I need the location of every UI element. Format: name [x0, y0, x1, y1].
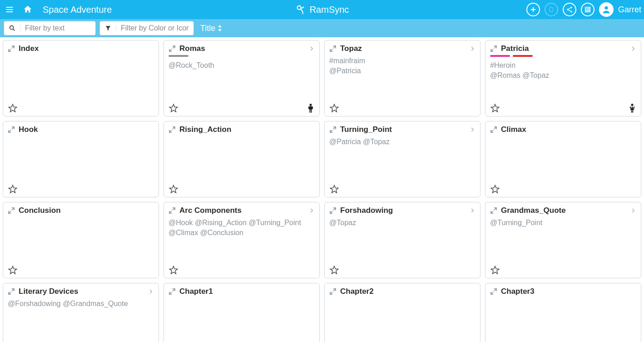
color-tag — [490, 55, 510, 57]
expand-icon[interactable] — [490, 288, 497, 295]
card-body: @Hook @Rising_Action @Turning_Point @Cli… — [168, 218, 315, 237]
svg-marker-51 — [169, 185, 177, 193]
card-footer — [8, 263, 154, 275]
expand-icon[interactable] — [490, 45, 497, 52]
card-body-line: #Heroin — [490, 60, 636, 70]
chevron-right-icon[interactable] — [148, 288, 154, 295]
card[interactable]: Patricia#Heroin@Romas @Topaz — [485, 40, 641, 116]
card[interactable]: Hook — [3, 121, 159, 197]
expand-icon[interactable] — [168, 126, 176, 133]
card-header: Climax — [490, 125, 636, 134]
card-footer — [329, 263, 476, 275]
chevron-right-icon[interactable] — [630, 207, 636, 214]
user-avatar-button[interactable] — [599, 2, 614, 17]
clipboard-button[interactable] — [545, 3, 558, 16]
card-body-line: @Forshadowing @Grandmas_Quote — [8, 299, 154, 309]
star-icon[interactable] — [329, 265, 339, 275]
card[interactable]: Climax — [485, 121, 641, 197]
brand-logo[interactable]: RamSync — [295, 4, 349, 15]
svg-marker-36 — [330, 104, 338, 112]
card[interactable]: Grandmas_Quote@Turning_Point — [485, 202, 641, 278]
star-icon[interactable] — [329, 103, 339, 113]
expand-icon[interactable] — [490, 207, 497, 214]
expand-icon[interactable] — [168, 45, 176, 52]
expand-icon[interactable] — [168, 207, 176, 214]
card[interactable]: Chapter1 — [163, 283, 320, 342]
star-icon[interactable] — [168, 103, 178, 113]
search-icon-box[interactable] — [4, 25, 20, 32]
chevron-right-icon[interactable] — [308, 45, 315, 52]
expand-icon[interactable] — [490, 126, 497, 133]
expand-icon[interactable] — [329, 207, 337, 214]
card-header: Turning_Point — [329, 125, 476, 134]
card[interactable]: Romas@Rock_Tooth — [163, 40, 320, 116]
svg-point-28 — [310, 104, 312, 106]
star-icon[interactable] — [490, 184, 500, 194]
chevron-right-icon[interactable] — [308, 207, 315, 214]
expand-icon[interactable] — [329, 45, 337, 52]
search-icon — [9, 25, 16, 32]
card[interactable]: Conclusion — [3, 202, 159, 278]
expand-icon[interactable] — [8, 45, 15, 52]
svg-point-40 — [631, 104, 634, 106]
svg-marker-27 — [169, 104, 177, 112]
text-filter-input[interactable] — [20, 24, 95, 32]
chevron-right-icon[interactable] — [630, 45, 636, 52]
expand-icon[interactable] — [8, 207, 15, 214]
svg-rect-43 — [634, 106, 634, 109]
star-icon[interactable] — [8, 265, 18, 275]
home-icon — [23, 5, 33, 15]
star-icon[interactable] — [329, 184, 339, 194]
card-title: Grandmas_Quote — [501, 206, 566, 215]
svg-marker-57 — [491, 185, 499, 193]
user-icon — [601, 5, 611, 15]
ramsync-logo-icon — [295, 4, 307, 15]
star-icon[interactable] — [168, 265, 178, 275]
chevron-right-icon[interactable] — [469, 126, 476, 133]
chevron-right-icon[interactable] — [469, 207, 476, 214]
card-header: Hook — [8, 125, 154, 134]
chevron-right-icon[interactable] — [469, 45, 476, 52]
svg-marker-39 — [491, 104, 499, 112]
card[interactable]: Rising_Action — [163, 121, 320, 197]
card[interactable]: Topaz#mainfraim@Patricia — [324, 40, 481, 116]
color-filter-input[interactable] — [116, 24, 193, 32]
star-icon[interactable] — [168, 184, 178, 194]
home-button[interactable] — [21, 3, 35, 16]
card-body: @Rock_Tooth — [168, 60, 315, 70]
card[interactable]: Turning_Point@Patricia @Topaz — [324, 121, 481, 197]
card[interactable]: Index — [3, 40, 159, 116]
card[interactable]: Chapter2 — [324, 283, 481, 342]
color-tag — [513, 55, 533, 57]
expand-icon[interactable] — [8, 288, 15, 295]
star-icon[interactable] — [8, 184, 18, 194]
card-footer — [329, 182, 476, 194]
topbar-left: Space Adventure — [3, 3, 112, 16]
star-icon[interactable] — [8, 103, 18, 113]
hamburger-menu-button[interactable] — [3, 3, 16, 16]
card[interactable]: Chapter3 — [485, 283, 641, 342]
text-filter-group — [4, 21, 96, 35]
star-icon[interactable] — [490, 265, 500, 275]
card-body: @Turning_Point — [490, 218, 636, 228]
star-icon[interactable] — [490, 103, 500, 113]
filter-icon-box[interactable] — [100, 25, 116, 31]
grid-view-button[interactable] — [581, 3, 594, 16]
card-body: @Forshadowing @Grandmas_Quote — [8, 299, 154, 309]
card-title: Forshadowing — [340, 206, 393, 215]
card[interactable]: Literary Devices@Forshadowing @Grandmas_… — [3, 283, 159, 342]
svg-line-19 — [13, 29, 15, 30]
expand-icon[interactable] — [329, 288, 337, 295]
expand-icon[interactable] — [329, 126, 337, 133]
card[interactable]: Arc Components@Hook @Rising_Action @Turn… — [163, 202, 320, 278]
card-footer — [168, 101, 315, 113]
sort-button[interactable]: Title — [200, 24, 223, 33]
card-body-line: #mainfraim — [329, 56, 476, 66]
add-button[interactable] — [526, 3, 540, 16]
expand-icon[interactable] — [8, 126, 15, 133]
svg-rect-30 — [308, 106, 309, 109]
card[interactable]: Forshadowing@Topaz — [324, 202, 481, 278]
female-icon — [628, 103, 636, 113]
share-button[interactable] — [563, 3, 576, 16]
expand-icon[interactable] — [168, 288, 176, 295]
